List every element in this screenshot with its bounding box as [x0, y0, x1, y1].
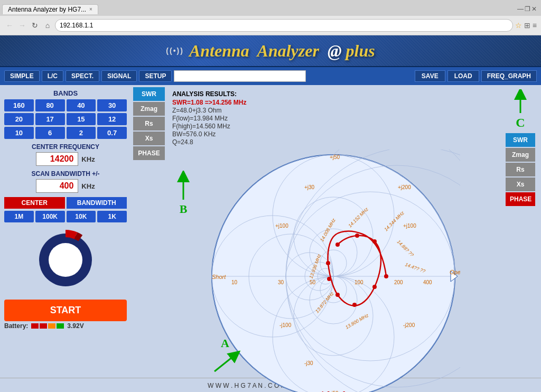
browser-nav: ← → ↻ ⌂ ☆ ⊞ ≡	[0, 16, 541, 35]
scan-bw-section: SCAN BANDWIDTH +/- KHz	[4, 170, 127, 193]
smith-chart-svg: Short Open 10 30 50 100 200 400 +j50 +j3…	[207, 150, 460, 392]
tab-zmag-left[interactable]: Zmag	[133, 102, 165, 116]
left-panel: BANDS 160 80 40 30 20 17 15 12 10 6 2 0.…	[0, 85, 131, 378]
svg-point-33	[372, 285, 377, 289]
scan-bw-unit: KHz	[81, 182, 95, 190]
toolbar: SIMPLE L/C SPECT. SIGNAL SETUP SAVE LOAD…	[0, 67, 541, 85]
browser-chrome: Antenna Analyzer by HG7... × — ❐ ✕ ← → ↻…	[0, 0, 541, 35]
band-30[interactable]: 30	[97, 99, 127, 111]
analysis-bw: BW=576.0 KHz	[172, 130, 495, 138]
save-button[interactable]: SAVE	[415, 70, 445, 82]
back-button[interactable]: ←	[4, 20, 15, 31]
svg-text:10: 10	[231, 279, 238, 285]
step-10k[interactable]: 10K	[67, 211, 96, 222]
center-freq-row: KHz	[4, 152, 127, 166]
tab-swr-right[interactable]: SWR	[506, 133, 535, 147]
svg-text:200: 200	[394, 279, 403, 285]
svg-text:+j50: +j50	[330, 154, 340, 160]
center-panel: SWR Zmag Rs Xs PHASE ANALYSIS RESULTS: S…	[131, 85, 541, 378]
band-20[interactable]: 20	[4, 113, 34, 125]
tab-zmag-right[interactable]: Zmag	[506, 148, 535, 162]
battery-seg-1	[31, 323, 39, 329]
simple-button[interactable]: SIMPLE	[4, 70, 40, 82]
load-button[interactable]: LOAD	[447, 70, 479, 82]
analysis-title: ANALYSIS RESULTS:	[172, 90, 495, 98]
step-1m[interactable]: 1M	[4, 211, 34, 222]
center-step-button[interactable]: CENTER	[4, 197, 65, 209]
browser-tab[interactable]: Antenna Analyzer by HG7... ×	[2, 4, 98, 14]
svg-point-29	[326, 261, 330, 265]
arrow-b-area: B	[175, 171, 191, 216]
band-17[interactable]: 17	[35, 113, 65, 125]
tab-title: Antenna Analyzer by HG7...	[8, 6, 86, 13]
tab-phase-left[interactable]: PHASE	[133, 146, 165, 160]
battery-seg-2	[40, 323, 47, 329]
band-40[interactable]: 40	[67, 99, 96, 111]
battery-voltage: 3.92V	[67, 322, 83, 330]
analysis-tabs: SWR Zmag Rs Xs PHASE	[133, 87, 165, 392]
home-button[interactable]: ⌂	[42, 20, 53, 31]
band-10[interactable]: 10	[4, 127, 34, 139]
restore-icon[interactable]: ❐	[525, 5, 530, 13]
analysis-fhigh: F(high)=14.560 MHz	[172, 123, 495, 130]
tab-close-icon[interactable]: ×	[89, 6, 92, 12]
svg-text:+j30: +j30	[304, 184, 315, 190]
tab-rs-right[interactable]: Rs	[506, 163, 535, 176]
bandwidth-step-button[interactable]: BANDWIDTH	[67, 197, 127, 209]
center-freq-section: CENTER FREQUENCY KHz	[4, 143, 127, 166]
svg-text:-j100: -j100	[279, 322, 292, 328]
step-btns: 1M 100K 10K 1K	[4, 211, 127, 222]
band-160[interactable]: 160	[4, 99, 34, 111]
tab-swr-left[interactable]: SWR	[133, 87, 165, 101]
svg-text:100: 100	[355, 279, 363, 285]
extensions-icon[interactable]: ⊞	[524, 21, 530, 30]
svg-text:+j100: +j100	[403, 223, 416, 229]
tab-xs-right[interactable]: Xs	[506, 178, 535, 191]
app-title: Antenna Analyzer @ plus	[189, 41, 375, 61]
svg-line-59	[214, 354, 236, 371]
c-label: C	[516, 116, 525, 130]
reload-button[interactable]: ↻	[30, 20, 40, 31]
svg-point-32	[352, 303, 357, 307]
tab-phase-right[interactable]: PHASE	[506, 192, 535, 206]
bookmark-icon[interactable]: ☆	[515, 21, 522, 30]
band-12[interactable]: 12	[97, 113, 127, 125]
svg-text:+j200: +j200	[398, 184, 411, 190]
svg-text:-j200: -j200	[403, 322, 415, 328]
svg-text:50: 50	[310, 279, 316, 285]
menu-icon[interactable]: ≡	[533, 21, 537, 30]
lc-button[interactable]: L/C	[42, 70, 63, 82]
band-07[interactable]: 0.7	[97, 127, 127, 139]
arrow-a-svg	[209, 350, 241, 377]
arrow-a-area: A	[209, 337, 241, 377]
address-bar[interactable]	[55, 19, 513, 32]
arrow-c-area: C	[512, 89, 528, 130]
scan-bw-input[interactable]	[36, 179, 78, 193]
main-area: BANDS 160 80 40 30 20 17 15 12 10 6 2 0.…	[0, 85, 541, 378]
center-freq-label: CENTER FREQUENCY	[4, 143, 127, 151]
start-button[interactable]: START	[4, 300, 127, 321]
minimize-icon[interactable]: —	[517, 5, 524, 13]
svg-point-26	[372, 239, 377, 244]
freq-graph-button[interactable]: FREQ_GRAPH	[481, 70, 537, 82]
band-2[interactable]: 2	[67, 127, 96, 139]
tab-rs-left[interactable]: Rs	[133, 117, 165, 130]
band-15[interactable]: 15	[67, 113, 96, 125]
svg-point-3	[49, 243, 82, 277]
step-100k[interactable]: 100K	[35, 211, 65, 222]
setup-button[interactable]: SETUP	[139, 70, 172, 82]
analysis-results: ANALYSIS RESULTS: SWR=1.08 =>14.256 MHz …	[167, 87, 500, 150]
center-freq-input[interactable]	[36, 152, 78, 166]
band-80[interactable]: 80	[35, 99, 65, 111]
toolbar-text-input[interactable]	[174, 70, 306, 82]
tab-xs-left[interactable]: Xs	[133, 132, 165, 145]
band-6[interactable]: 6	[35, 127, 65, 139]
scan-bw-label: SCAN BANDWIDTH +/-	[4, 170, 127, 178]
forward-button[interactable]: →	[17, 20, 27, 31]
close-window-icon[interactable]: ✕	[531, 5, 537, 13]
signal-button[interactable]: SIGNAL	[101, 70, 137, 82]
spect-button[interactable]: SPECT.	[66, 70, 99, 82]
bands-section: BANDS 160 80 40 30 20 17 15 12 10 6 2 0.…	[4, 89, 127, 139]
app-header: ((•)) Antenna Analyzer @ plus	[0, 35, 541, 67]
step-1k[interactable]: 1K	[97, 211, 127, 222]
